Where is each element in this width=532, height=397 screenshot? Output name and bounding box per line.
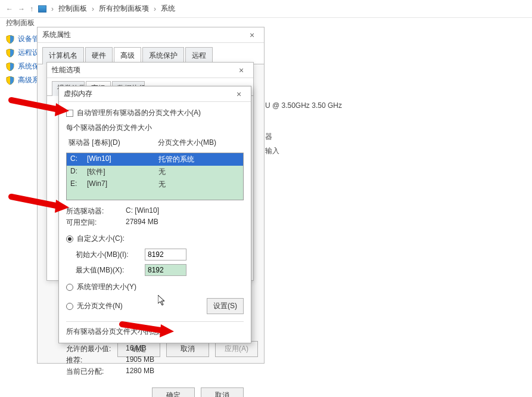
close-icon[interactable]: × [245,30,259,40]
radio-icon [66,284,73,291]
radio-icon [66,235,73,243]
drive-letter: E: [70,179,87,190]
drive-label: [Win10] [87,154,158,165]
computer-icon [38,5,46,13]
drive-letter: D: [70,167,87,177]
drive-label: [Win7] [87,179,158,190]
min-allowed-value: 16 MB [126,344,244,354]
dialog-titlebar: 系统属性 × [38,27,264,43]
max-size-label: 最大值(MB)(X): [76,265,141,275]
breadcrumb: ← → ↑ › 控制面板 › 所有控制面板项 › 系统 [0,0,532,18]
radio-label: 无分页文件(N) [77,301,123,311]
crumb-all-items[interactable]: 所有控制面板项 [99,4,149,14]
currently-allocated-label: 当前已分配: [66,367,126,377]
dialog-buttons: 确定 取消 [59,383,251,397]
radio-custom-size[interactable]: 自定义大小(C): [66,234,244,244]
back-icon[interactable]: ← [6,5,13,13]
crumb-system[interactable]: 系统 [161,4,175,14]
dialog-title: 性能选项 [52,65,80,75]
initial-size-label: 初始大小(MB)(I): [76,250,141,260]
drive-row-d[interactable]: D: [软件] 无 [67,166,243,178]
column-size: 分页文件大小(MB) [158,138,216,148]
selected-drive-info: 所选驱动器: C: [Win10] 可用空间: 27894 MB [66,206,244,228]
auto-manage-checkbox[interactable] [66,110,73,117]
initial-size-input[interactable] [145,249,186,260]
auto-manage-checkbox-row: 自动管理所有驱动器的分页文件大小(A) [66,108,244,118]
close-icon[interactable]: × [232,89,246,99]
available-space-label: 可用空间: [66,218,126,228]
virtual-memory-dialog: 虚拟内存 × 自动管理所有驱动器的分页文件大小(A) 每个驱动器的分页文件大小 … [58,86,251,343]
up-icon[interactable]: ↑ [30,5,33,13]
drive-row-c[interactable]: C: [Win10] 托管的系统 [67,153,243,166]
shield-icon [6,49,14,57]
close-icon[interactable]: × [234,66,248,75]
totals-stats: 允许的最小值: 16 MB 推荐: 1905 MB 当前已分配: 1280 MB [66,344,244,377]
totals-title: 所有驱动器分页文件大小的总数 [66,327,244,337]
set-button[interactable]: 设置(S) [207,298,244,314]
available-space-value: 27894 MB [126,218,244,228]
bg-line: 器 [265,129,342,144]
recommended-value: 1905 MB [126,355,244,365]
background-info: U @ 3.50GHz 3.50 GHz 器 输入 [265,98,342,158]
drive-status: 托管的系统 [158,154,194,165]
dialog-titlebar: 虚拟内存 × [59,86,251,102]
cpu-text: U @ 3.50GHz 3.50 GHz [265,98,342,113]
min-allowed-label: 允许的最小值: [66,344,126,354]
shield-icon [6,76,14,85]
radio-label: 系统管理的大小(Y) [77,282,136,292]
radio-no-paging[interactable]: 无分页文件(N) [66,301,123,311]
drive-label: [软件] [87,167,158,177]
currently-allocated-value: 1280 MB [126,367,244,377]
drive-status: 无 [158,167,166,177]
selected-drive-value: C: [Win10] [126,206,244,216]
dialog-titlebar: 性能选项 × [47,63,253,78]
crumb-control-panel[interactable]: 控制面板 [58,4,87,14]
chevron-right-icon: › [51,5,54,13]
max-size-input[interactable] [145,264,186,276]
chevron-right-icon: › [92,5,94,13]
drive-list-title: 每个驱动器的分页文件大小 [66,123,244,133]
dialog-title: 系统属性 [42,30,71,40]
chevron-right-icon: › [154,5,156,13]
shield-icon [6,63,14,71]
radio-icon [66,303,73,310]
selected-drive-label: 所选驱动器: [66,206,126,216]
cancel-button[interactable]: 取消 [201,387,244,397]
forward-icon[interactable]: → [18,5,25,13]
tabstrip: 计算机名 硬件 高级 系统保护 远程 [38,43,264,64]
drive-list-header: 驱动器 [卷标](D) 分页文件大小(MB) [69,138,244,148]
auto-manage-label: 自动管理所有驱动器的分页文件大小(A) [77,108,201,118]
drive-letter: C: [70,154,87,165]
radio-system-managed[interactable]: 系统管理的大小(Y) [66,282,244,292]
drive-status: 无 [158,179,166,190]
bg-line: 输入 [265,144,342,158]
radio-label: 自定义大小(C): [77,234,125,244]
recommended-label: 推荐: [66,355,126,365]
shield-icon [6,35,14,44]
dialog-title: 虚拟内存 [64,89,92,99]
drive-list[interactable]: C: [Win10] 托管的系统 D: [软件] 无 E: [Win7] 无 [66,153,244,200]
column-drive: 驱动器 [卷标](D) [69,138,158,148]
drive-row-e[interactable]: E: [Win7] 无 [67,178,243,191]
ok-button[interactable]: 确定 [152,387,195,397]
